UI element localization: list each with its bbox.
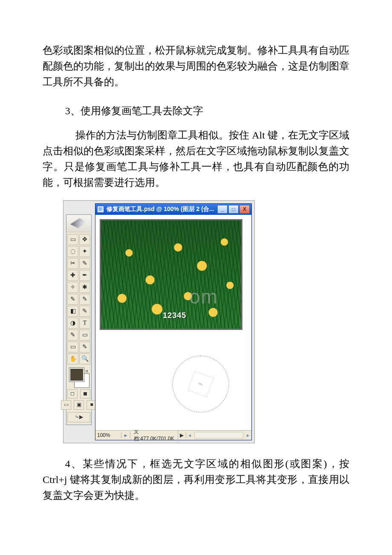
window-title: 修复画笔工具.psd @ 100% (图层 2 (合... — [107, 205, 214, 213]
close-button[interactable]: X — [239, 205, 250, 214]
horizontal-scrollbar[interactable] — [194, 432, 243, 439]
tool-history[interactable]: ✱ — [79, 282, 90, 293]
tool-shape[interactable]: ▭ — [79, 330, 90, 341]
document-window: 修复画笔工具.psd @ 100% (图层 2 (合... _ □ X 1234… — [95, 203, 252, 440]
paragraph-3: 操作的方法与仿制图章工具相似。按住 Alt 键，在无文字区域点击相似的色彩或图案… — [43, 127, 349, 191]
tool-heal[interactable]: ✚ — [67, 270, 78, 281]
tool-zoom[interactable]: 🔍 — [79, 353, 90, 364]
tool-crop[interactable]: ✂ — [67, 258, 78, 269]
tool-marquee[interactable]: ▭ — [67, 234, 78, 245]
embedded-screenshot: ▭ ✥ ◌ ✦ ✂ ✎ ✚ ✒ ✧ ✱ ✎ ✎ ◧ ✎ ◑ T ✎ ▭ ▭ ✎ — [63, 200, 255, 443]
scroll-left-icon[interactable]: ◂ — [186, 432, 193, 438]
paragraph-1: 色彩或图案相似的位置，松开鼠标就完成复制。修补工具具有自动匹配颜色的功能，复制出… — [43, 43, 349, 90]
minimize-button[interactable]: _ — [217, 205, 228, 214]
tool-move[interactable]: ✥ — [79, 234, 90, 245]
tool-blur[interactable]: ◧ — [67, 306, 78, 317]
tool-gradient[interactable]: ✎ — [79, 294, 90, 305]
app-logo-icon — [70, 218, 87, 228]
zoom-level[interactable]: 100% — [95, 432, 121, 438]
heading-section-3: 3、使用修复画笔工具去除文字 — [43, 103, 349, 119]
tool-palette: ▭ ✥ ◌ ✦ ✂ ✎ ✚ ✒ ✧ ✱ ✎ ✎ ◧ ✎ ◑ T ✎ ▭ ▭ ✎ — [66, 214, 92, 425]
tool-eyedrop[interactable]: ✎ — [79, 341, 90, 353]
scroll-right-icon[interactable]: ▸ — [245, 432, 251, 438]
document-icon — [97, 206, 104, 213]
screenmode-full-menu[interactable]: ▣ — [74, 400, 84, 410]
tool-lasso[interactable]: ◌ — [67, 246, 78, 257]
jump-to-imageready[interactable]: ⤷▶ — [67, 412, 90, 422]
status-menu-icon[interactable]: ▸ — [121, 431, 130, 439]
tool-eraser[interactable]: ✎ — [67, 294, 78, 305]
tool-pen[interactable]: ✎ — [67, 330, 78, 341]
canvas-area[interactable]: 12345 ⌁ om — [95, 215, 251, 430]
tool-palette-header — [66, 215, 91, 232]
tool-notes[interactable]: ▭ — [67, 341, 78, 353]
maximize-button[interactable]: □ — [228, 205, 239, 214]
tool-hand[interactable]: ✋ — [67, 353, 78, 364]
tool-type[interactable]: T — [79, 318, 90, 329]
quickmask-off[interactable]: ◻ — [67, 389, 78, 399]
image-overlay-text: 12345 — [163, 311, 186, 320]
tool-slice[interactable]: ✎ — [79, 258, 90, 269]
fg-color-swatch[interactable] — [69, 368, 84, 382]
color-swatches[interactable]: ⤭ — [69, 368, 89, 387]
paragraph-4: 4、某些情况下，框选无文字区域的相似图形(或图案)，按 Ctrl+j 键将其复制… — [43, 456, 349, 504]
tool-brush[interactable]: ✒ — [79, 270, 90, 281]
image-content: 12345 — [100, 219, 242, 330]
tool-stamp[interactable]: ✧ — [67, 282, 78, 293]
quickmask-on[interactable]: ◼ — [80, 389, 90, 399]
watermark-stamp: ⌁ — [172, 356, 229, 413]
swap-colors-icon[interactable]: ⤭ — [85, 369, 88, 373]
document-size: 文档:477.0K/701.0K — [130, 428, 178, 442]
stamp-inner-icon: ⌁ — [187, 371, 214, 397]
screenmode-standard[interactable]: ▭ — [61, 400, 71, 410]
tool-wand[interactable]: ✦ — [79, 246, 90, 257]
status-bar: 100% ▸ 文档:477.0K/701.0K ▶ ◂ ▸ — [95, 430, 251, 440]
tool-dodge[interactable]: ✎ — [79, 306, 90, 317]
status-play-icon[interactable]: ▶ — [178, 432, 186, 438]
tool-grid: ▭ ✥ ◌ ✦ ✂ ✎ ✚ ✒ ✧ ✱ ✎ ✎ ◧ ✎ ◑ T ✎ ▭ ▭ ✎ — [66, 232, 92, 366]
tool-path[interactable]: ◑ — [67, 318, 78, 329]
titlebar: 修复画笔工具.psd @ 100% (图层 2 (合... _ □ X — [95, 204, 251, 215]
